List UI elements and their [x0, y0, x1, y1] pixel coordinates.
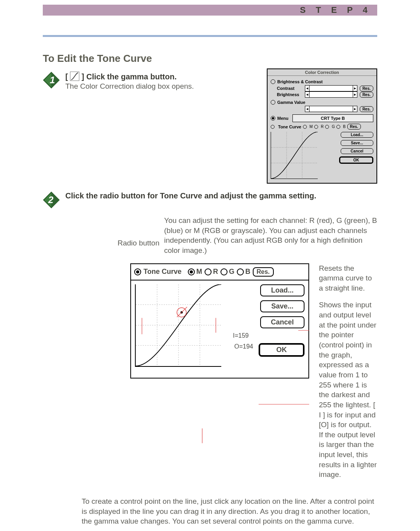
tc-reset-button-small[interactable]: Res. — [347, 124, 361, 130]
step-1-badge: 1 — [43, 72, 60, 90]
cancel-button-big[interactable]: Cancel — [260, 316, 304, 328]
step-2-after: To create a control point on the line, j… — [82, 496, 377, 526]
tone-curve-graph[interactable] — [135, 284, 221, 367]
channel-m-radio[interactable] — [188, 268, 195, 275]
svg-text:2: 2 — [48, 195, 54, 205]
load-button[interactable]: Load... — [341, 132, 373, 138]
step-2-intro: You can adjust the setting for each chan… — [164, 216, 377, 256]
ok-button-big[interactable]: OK — [259, 343, 304, 357]
contrast-label: Contrast — [277, 86, 303, 91]
tone-curve-figure: Tone Curve M R G B Res. — [130, 263, 309, 487]
gamma-curve-icon — [70, 72, 79, 81]
page-header-band: S T E P 4 — [43, 5, 377, 16]
step-2-badge: 2 — [43, 191, 60, 210]
tone-curve-graph-small[interactable] — [271, 132, 318, 179]
menu-dropdown[interactable]: CRT Type B — [292, 114, 373, 122]
contrast-reset-button[interactable]: Res. — [360, 86, 373, 91]
tc-reset-button[interactable]: Res. — [253, 267, 274, 277]
header-rule — [43, 35, 377, 37]
color-correction-dialog: Color Correction Brightness & Contrast C… — [267, 68, 377, 184]
step-number: S T E P 4 — [300, 5, 371, 15]
gamma-slider[interactable]: ◄► — [305, 106, 357, 112]
step-2-title: Click the radio button for Tone Curve an… — [65, 191, 316, 200]
ok-button[interactable]: OK — [339, 156, 373, 164]
channel-b-radio[interactable] — [237, 268, 244, 275]
channel-g-radio[interactable] — [220, 268, 228, 275]
tone-curve-label: Tone Curve — [144, 268, 182, 276]
section-title: To Edit the Tone Curve — [43, 53, 377, 65]
input-level-readout: I=159 — [233, 332, 248, 339]
save-button[interactable]: Save... — [341, 140, 373, 146]
brightness-contrast-label: Brightness & Contrast — [277, 79, 323, 84]
output-level-readout: O=194 — [234, 343, 253, 350]
brightness-contrast-radio[interactable] — [271, 79, 275, 84]
tone-curve-label-small: Tone Curve — [278, 124, 301, 129]
brightness-label: Brightness — [277, 92, 303, 97]
channel-r-radio[interactable] — [205, 268, 212, 275]
gamma-value-radio[interactable] — [271, 100, 275, 105]
menu-label: Menu — [277, 116, 289, 121]
tone-curve-radio-small[interactable] — [271, 125, 275, 129]
save-button-big[interactable]: Save... — [260, 300, 304, 312]
reset-note: Resets the gamma curve to a straight lin… — [319, 263, 377, 293]
menu-radio[interactable] — [271, 116, 275, 121]
dialog-title: Color Correction — [268, 69, 376, 76]
brightness-slider[interactable]: ◄► — [305, 91, 357, 98]
load-button-big[interactable]: Load... — [260, 284, 304, 296]
cancel-button[interactable]: Cancel — [341, 148, 373, 154]
step-1-body: The Color Correction dialog box opens. — [65, 81, 251, 91]
step-1-title: [ ] Click the gamma button. — [65, 72, 177, 81]
gamma-reset-button[interactable]: Res. — [360, 106, 373, 112]
brightness-reset-button[interactable]: Res. — [360, 92, 373, 98]
contrast-slider[interactable]: ◄► — [305, 85, 357, 91]
radio-button-caption: Radio button — [117, 239, 159, 247]
io-note: Shows the input and output level at the … — [319, 300, 377, 480]
gamma-value-label: Gamma Value — [277, 100, 305, 105]
tone-curve-radio[interactable] — [134, 268, 141, 275]
svg-text:1: 1 — [50, 75, 55, 85]
